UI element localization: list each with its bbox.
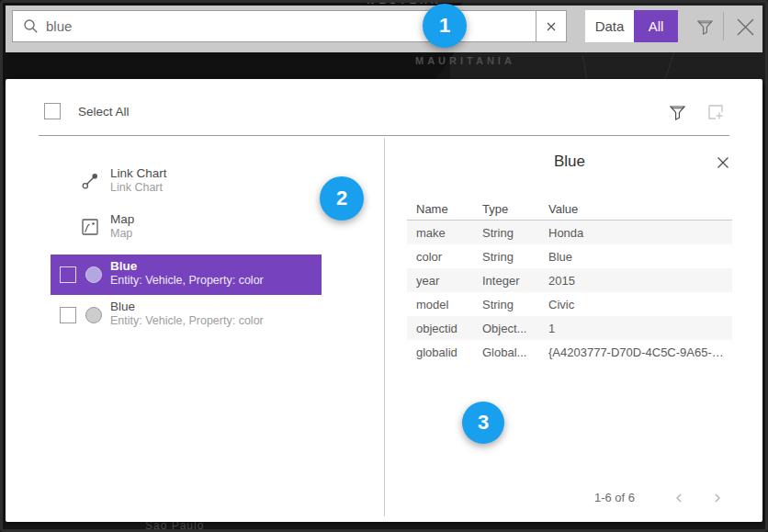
cell-name: globalid: [416, 345, 482, 359]
cell-type: Object...: [482, 322, 548, 335]
funnel-icon: [696, 18, 714, 36]
select-all-label: Select All: [78, 105, 130, 119]
table-row: model String Civic: [407, 292, 732, 316]
cell-value: {A4203777-D70D-4C5C-9A65-C...: [548, 345, 732, 359]
item-title: Blue: [110, 300, 264, 314]
cell-value: Blue: [548, 250, 732, 264]
search-box: [12, 10, 567, 42]
table-row: objectid Object... 1: [407, 316, 732, 340]
scope-option-all[interactable]: All: [634, 10, 678, 42]
item-checkbox[interactable]: [60, 307, 76, 323]
cell-type: Integer: [482, 274, 548, 288]
cell-type: String: [482, 226, 548, 240]
callout-1: 1: [423, 4, 467, 48]
column-type: Type: [482, 202, 548, 216]
entity-circle-icon: [85, 307, 102, 323]
cell-name: make: [416, 226, 482, 240]
cell-type: String: [482, 250, 548, 264]
search-toolbar: Data All: [6, 6, 762, 52]
callout-2: 2: [320, 176, 364, 221]
list-item-map[interactable]: Map Map: [110, 212, 134, 241]
item-title: Blue: [110, 259, 264, 274]
item-subtitle: Entity: Vehicle, Property: color: [110, 274, 264, 288]
close-icon: [716, 155, 730, 170]
add-selection-icon: [707, 104, 725, 121]
chevron-right-icon: [711, 492, 724, 504]
cell-name: objectid: [416, 322, 482, 335]
search-icon: [23, 18, 39, 34]
prev-page-button[interactable]: [670, 489, 688, 507]
item-subtitle: Entity: Vehicle, Property: color: [110, 314, 264, 328]
column-name: Name: [416, 202, 482, 216]
select-all-checkbox[interactable]: [44, 103, 61, 119]
item-text: Blue Entity: Vehicle, Property: color: [110, 259, 264, 288]
item-title: Link Chart: [110, 166, 167, 181]
item-subtitle: Map: [110, 227, 134, 241]
add-to-selection-button[interactable]: [704, 100, 728, 124]
search-filter-button[interactable]: [691, 13, 718, 40]
table-row: color String Blue: [407, 244, 732, 268]
attribute-table: Name Type Value make String Honda color …: [407, 198, 732, 364]
table-header: Name Type Value: [407, 198, 732, 221]
scope-toggle: Data All: [585, 10, 678, 42]
callout-3: 3: [462, 402, 504, 444]
chevron-left-icon: [672, 492, 685, 504]
close-icon: [735, 17, 756, 38]
item-subtitle: Link Chart: [110, 181, 167, 195]
map-icon: [81, 218, 99, 236]
app-screenshot: WESTERN MAURITANIA São Paulo Data All: [0, 0, 768, 532]
close-search-button[interactable]: [731, 13, 759, 40]
pagination-label: 1-6 of 6: [575, 491, 654, 504]
entity-circle-icon: [85, 266, 102, 283]
item-title: Map: [110, 212, 134, 227]
cell-value: Honda: [548, 226, 732, 240]
list-item-blue-selected[interactable]: Blue Entity: Vehicle, Property: color: [51, 255, 322, 295]
cell-value: 1: [548, 322, 732, 335]
cell-type: Global...: [482, 345, 548, 359]
funnel-icon: [669, 104, 686, 121]
table-row: globalid Global... {A4203777-D70D-4C5C-9…: [407, 340, 732, 364]
close-small-icon: [545, 20, 558, 33]
table-row: year Integer 2015: [407, 268, 732, 292]
link-chart-icon: [81, 172, 99, 190]
list-item-link-chart[interactable]: Link Chart Link Chart: [110, 166, 167, 195]
toolbar-divider: [723, 12, 724, 40]
results-filter-button[interactable]: [665, 100, 689, 124]
table-row: make String Honda: [407, 221, 732, 244]
map-label-mauritania: MAURITANIA: [415, 55, 515, 66]
cell-value: 2015: [548, 274, 732, 288]
detail-close-button[interactable]: [713, 153, 733, 173]
cell-name: model: [416, 298, 482, 311]
item-checkbox[interactable]: [60, 266, 76, 283]
list-detail-divider: [384, 138, 385, 516]
panel-header-divider: [39, 135, 729, 136]
detail-title: Blue: [407, 153, 732, 171]
cell-type: String: [482, 298, 548, 311]
next-page-button[interactable]: [708, 489, 727, 507]
search-results-panel: Select All Link Chart Link Chart: [6, 79, 762, 522]
list-item-blue[interactable]: Blue Entity: Vehicle, Property: color: [110, 300, 264, 328]
clear-search-button[interactable]: [536, 11, 566, 41]
scope-option-data[interactable]: Data: [585, 10, 634, 42]
cell-name: color: [416, 250, 482, 264]
column-value: Value: [548, 202, 732, 216]
cell-name: year: [416, 274, 482, 288]
cell-value: Civic: [548, 298, 732, 311]
